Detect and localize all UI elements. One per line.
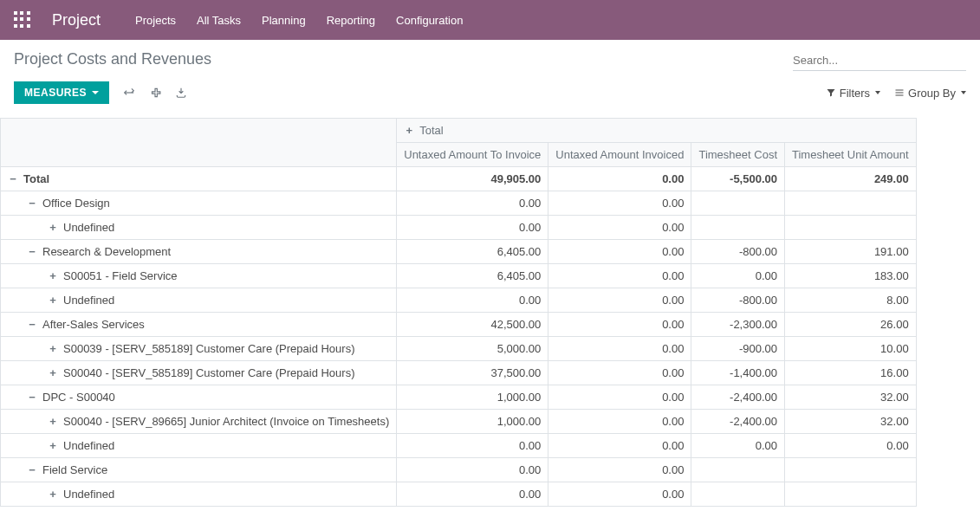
cell-value: 249.00 (785, 167, 917, 191)
plus-icon[interactable]: + (48, 221, 58, 234)
row-label[interactable]: +Undefined (1, 216, 397, 240)
plus-icon[interactable]: + (404, 124, 414, 137)
minus-icon[interactable]: − (27, 391, 37, 404)
col-timesheet-cost[interactable]: Timesheet Cost (691, 143, 785, 167)
cell-value: 0.00 (397, 288, 548, 313)
row-label[interactable]: −DPC - S00040 (1, 385, 397, 410)
cell-value: 0.00 (691, 264, 785, 288)
table-row: +S00040 - [SERV_89665] Junior Architect … (1, 410, 917, 434)
cell-value: 42,500.00 (397, 313, 548, 337)
cell-value: 0.00 (397, 216, 548, 240)
minus-icon[interactable]: − (27, 318, 37, 331)
plus-icon[interactable]: + (48, 342, 58, 355)
row-label[interactable]: +Undefined (1, 434, 397, 458)
control-panel: Project Costs and Revenues (0, 40, 980, 71)
nav-projects[interactable]: Projects (135, 14, 176, 27)
group-by-button[interactable]: Group By (894, 87, 966, 100)
table-row: +Undefined0.000.00-800.008.00 (1, 288, 917, 313)
minus-icon[interactable]: − (27, 197, 37, 210)
cell-value: 183.00 (785, 264, 917, 288)
cell-value: 26.00 (785, 313, 917, 337)
cell-value (785, 216, 917, 240)
caret-down-icon (92, 91, 99, 94)
cell-value: 0.00 (548, 434, 691, 458)
cell-value: -5,500.00 (691, 167, 785, 191)
minus-icon[interactable]: − (27, 245, 37, 258)
row-label[interactable]: +Undefined (1, 482, 397, 507)
cell-value: 0.00 (548, 361, 691, 385)
cell-value: 0.00 (548, 482, 691, 507)
table-row: +S00040 - [SERV_585189] Customer Care (P… (1, 361, 917, 385)
row-label[interactable]: −Total (1, 167, 397, 191)
col-untaxed-to-invoice[interactable]: Untaxed Amount To Invoice (397, 143, 548, 167)
row-label-text: S00040 - [SERV_585189] Customer Care (Pr… (63, 366, 355, 379)
cell-value: 0.00 (548, 264, 691, 288)
row-label-text: Undefined (63, 221, 114, 234)
cell-value: 10.00 (785, 337, 917, 361)
measures-label: MEASURES (24, 87, 87, 99)
toolbar: MEASURES Filters Group By (0, 71, 980, 118)
cell-value (785, 191, 917, 216)
pivot-table: +Total Untaxed Amount To Invoice Untaxed… (0, 118, 917, 507)
minus-icon[interactable]: − (27, 463, 37, 476)
table-row: −Total49,905.000.00-5,500.00249.00 (1, 167, 917, 191)
row-label[interactable]: −Office Design (1, 191, 397, 216)
col-group-total[interactable]: +Total (397, 119, 916, 143)
nav-all-tasks[interactable]: All Tasks (197, 14, 241, 27)
cell-value (785, 482, 917, 507)
row-label[interactable]: +S00051 - Field Service (1, 264, 397, 288)
table-row: +S00051 - Field Service6,405.000.000.001… (1, 264, 917, 288)
plus-icon[interactable]: + (48, 366, 58, 379)
cell-value: 37,500.00 (397, 361, 548, 385)
filters-button[interactable]: Filters (826, 87, 880, 100)
row-label-text: After-Sales Services (42, 318, 145, 331)
measures-button[interactable]: MEASURES (14, 81, 109, 104)
cell-value: 0.00 (548, 167, 691, 191)
row-label[interactable]: −Field Service (1, 458, 397, 482)
plus-icon[interactable]: + (48, 294, 58, 307)
row-label-text: Undefined (63, 488, 114, 501)
cell-value: 0.00 (548, 240, 691, 264)
cell-value: 5,000.00 (397, 337, 548, 361)
table-row: −DPC - S000401,000.000.00-2,400.0032.00 (1, 385, 917, 410)
row-label[interactable]: −Research & Development (1, 240, 397, 264)
apps-icon[interactable] (14, 11, 31, 29)
nav-reporting[interactable]: Reporting (327, 14, 375, 27)
table-row: +Undefined0.000.00 (1, 216, 917, 240)
plus-icon[interactable]: + (48, 415, 58, 428)
cell-value (691, 216, 785, 240)
caret-down-icon (961, 91, 966, 94)
nav-configuration[interactable]: Configuration (396, 14, 463, 27)
table-row: +Undefined0.000.000.000.00 (1, 434, 917, 458)
col-timesheet-unit[interactable]: Timesheet Unit Amount (785, 143, 917, 167)
filters-label: Filters (840, 87, 870, 100)
cell-value: 0.00 (397, 482, 548, 507)
row-label-text: S00039 - [SERV_585189] Customer Care (Pr… (63, 342, 355, 355)
cell-value: 0.00 (691, 434, 785, 458)
expand-all-icon[interactable] (149, 87, 161, 99)
row-label[interactable]: +Undefined (1, 288, 397, 313)
row-label-text: Field Service (42, 463, 107, 476)
nav-planning[interactable]: Planning (262, 14, 306, 27)
col-untaxed-invoiced[interactable]: Untaxed Amount Invoiced (548, 143, 691, 167)
table-row: −After-Sales Services42,500.000.00-2,300… (1, 313, 917, 337)
plus-icon[interactable]: + (48, 439, 58, 452)
row-label[interactable]: +S00040 - [SERV_585189] Customer Care (P… (1, 361, 397, 385)
cell-value: -2,400.00 (691, 410, 785, 434)
row-label[interactable]: −After-Sales Services (1, 313, 397, 337)
cell-value: 49,905.00 (397, 167, 548, 191)
cell-value (691, 482, 785, 507)
flip-axis-icon[interactable] (123, 87, 135, 99)
cell-value: 191.00 (785, 240, 917, 264)
page-title: Project Costs and Revenues (14, 50, 211, 68)
download-icon[interactable] (175, 87, 187, 99)
plus-icon[interactable]: + (48, 488, 58, 501)
cell-value: 16.00 (785, 361, 917, 385)
plus-icon[interactable]: + (48, 269, 58, 282)
row-label[interactable]: +S00039 - [SERV_585189] Customer Care (P… (1, 337, 397, 361)
cell-value: 1,000.00 (397, 410, 548, 434)
minus-icon[interactable]: − (8, 172, 18, 185)
row-label-text: Office Design (42, 197, 110, 210)
row-label[interactable]: +S00040 - [SERV_89665] Junior Architect … (1, 410, 397, 434)
search-input[interactable] (793, 50, 966, 71)
